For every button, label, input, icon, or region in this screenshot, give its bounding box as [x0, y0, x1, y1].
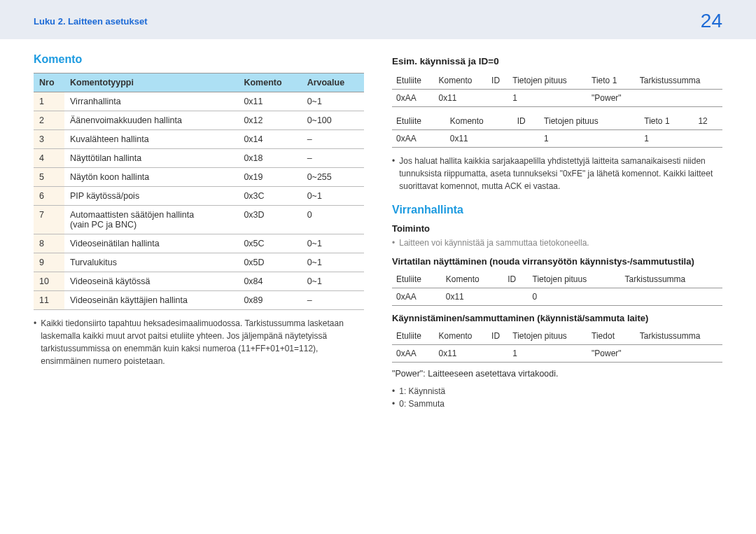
- table-row: 0xAA0x111"Power": [392, 345, 722, 363]
- chapter-title: Luku 2. Laitteen asetukset: [34, 16, 148, 27]
- example-table-2: EtuliiteKomentoIDTietojen pituusTieto 11…: [392, 113, 722, 148]
- table-header-row: EtuliiteKomentoIDTietojen pituusTieto 1T…: [392, 72, 722, 90]
- table-row: 2Äänenvoimakkuuden hallinta0x120~100: [34, 111, 364, 130]
- table-row: 0xAA0x111"Power": [392, 90, 722, 107]
- col-nro: Nro: [34, 73, 64, 92]
- table-row: 11Videoseinän käyttäjien hallinta0x89–: [34, 291, 364, 310]
- view-power-table: EtuliiteKomentoIDTietojen pituusTarkistu…: [392, 271, 722, 306]
- example-table-1: EtuliiteKomentoIDTietojen pituusTieto 1T…: [392, 72, 722, 107]
- onoff-table: EtuliiteKomentoIDTietojen pituusTiedotTa…: [392, 328, 722, 363]
- table-row: 8Videoseinätilan hallinta0x5C0~1: [34, 234, 364, 253]
- page: Luku 2. Laitteen asetukset 24 Komento Nr…: [0, 0, 756, 534]
- content-area: Komento Nro Komentotyyppi Komento Arvoal…: [0, 39, 756, 410]
- toiminto-text-block: Laitteen voi käynnistää ja sammuttaa tie…: [392, 237, 722, 249]
- right-column: Esim. käynnissä ja ID=0 EtuliiteKomentoI…: [392, 53, 722, 410]
- power-codes: 1: Käynnistä 0: Sammuta: [392, 385, 722, 410]
- hex-footnote: Kaikki tiedonsiirto tapahtuu heksadesima…: [34, 317, 364, 367]
- table-row: 10Videoseinä käytössä0x840~1: [34, 272, 364, 291]
- table-row: 9Turvalukitus0x5D0~1: [34, 253, 364, 272]
- table-row: 0xAA0x110: [392, 288, 722, 306]
- table-row: 4Näyttötilan hallinta0x18–: [34, 149, 364, 168]
- onoff-heading: Käynnistäminen/sammuttaminen (käynnistä/…: [392, 313, 722, 323]
- page-header: Luku 2. Laitteen asetukset 24: [0, 0, 756, 39]
- table-row: 7Automaattisten säätöjen hallinta (vain …: [34, 206, 364, 234]
- virranhallinta-heading: Virranhallinta: [392, 204, 722, 216]
- komento-heading: Komento: [34, 53, 364, 66]
- page-number: 24: [701, 10, 722, 32]
- col-komentotyyppi: Komentotyyppi: [64, 73, 238, 92]
- command-table: Nro Komentotyyppi Komento Arvoalue 1Virr…: [34, 73, 364, 310]
- table-header-row: EtuliiteKomentoIDTietojen pituusTarkistu…: [392, 271, 722, 288]
- table-row: 0xAA0x1111: [392, 130, 722, 148]
- example-heading: Esim. käynnissä ja ID=0: [392, 56, 722, 66]
- table-header-row: EtuliiteKomentoIDTietojen pituusTieto 11…: [392, 113, 722, 130]
- toiminto-label: Toiminto: [392, 223, 722, 234]
- table-row: 1Virranhallinta0x110~1: [34, 92, 364, 111]
- left-column: Komento Nro Komentotyyppi Komento Arvoal…: [34, 53, 364, 410]
- table-row: 5Näytön koon hallinta0x190~255: [34, 168, 364, 187]
- table-header-row: Nro Komentotyyppi Komento Arvoalue: [34, 73, 364, 92]
- table-header-row: EtuliiteKomentoIDTietojen pituusTiedotTa…: [392, 328, 722, 345]
- table-row: 6PIP käytössä/pois0x3C0~1: [34, 187, 364, 206]
- fe-note: Jos haluat hallita kaikkia sarjakaapelil…: [392, 155, 722, 192]
- col-arvoalue: Arvoalue: [302, 73, 364, 92]
- view-power-heading: Virtatilan näyttäminen (nouda virransyöt…: [392, 256, 722, 267]
- power-code-label: "Power": Laitteeseen asetettava virtakoo…: [392, 368, 722, 381]
- table-row: 3Kuvalähteen hallinta0x14–: [34, 130, 364, 149]
- col-komento: Komento: [238, 73, 301, 92]
